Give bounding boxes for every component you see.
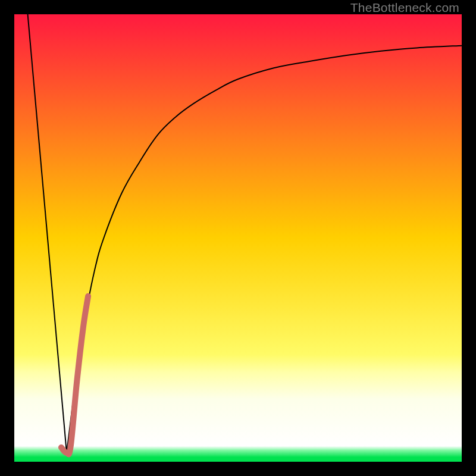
chart-svg	[14, 14, 462, 462]
chart-frame: TheBottleneck.com	[0, 0, 476, 476]
plot-area	[14, 14, 462, 462]
chart-background	[14, 14, 462, 462]
watermark-text: TheBottleneck.com	[350, 1, 459, 15]
